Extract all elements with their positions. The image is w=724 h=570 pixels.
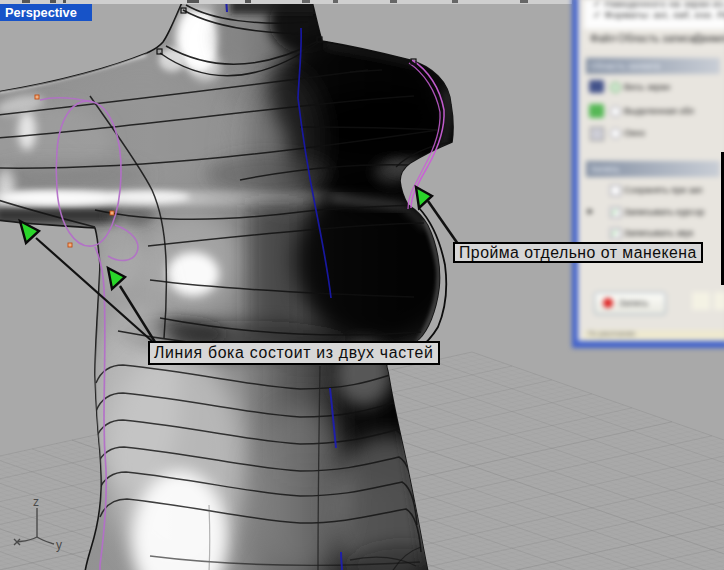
svg-text:z: z: [33, 495, 39, 509]
svg-text:y: y: [56, 538, 62, 552]
